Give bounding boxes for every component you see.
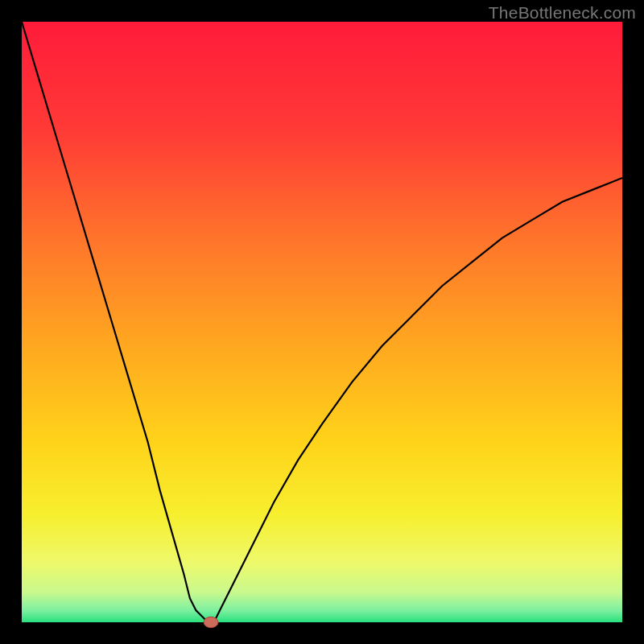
chart-frame: TheBottleneck.com: [0, 0, 644, 644]
min-point-marker: [204, 617, 218, 627]
watermark-text: TheBottleneck.com: [489, 3, 636, 23]
bottleneck-curve: [22, 22, 622, 622]
curve-layer: [22, 22, 622, 622]
